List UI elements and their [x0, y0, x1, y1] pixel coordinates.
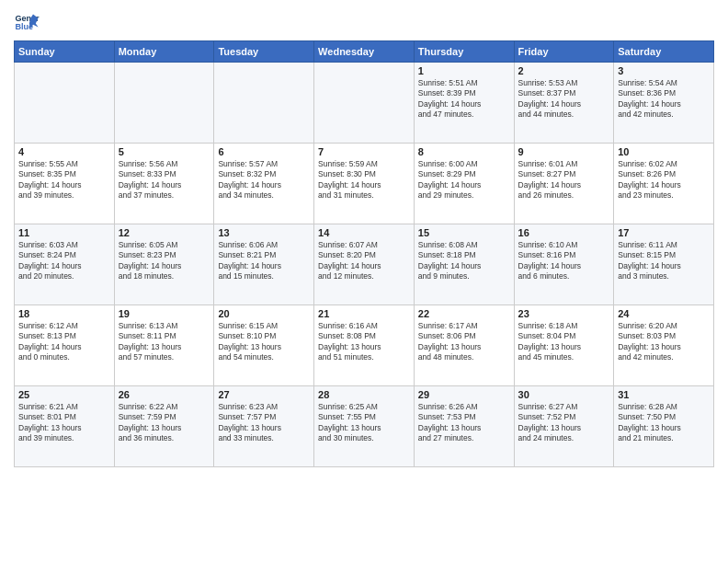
calendar-cell: 12Sunrise: 6:05 AM Sunset: 8:23 PM Dayli… — [114, 224, 214, 305]
day-info: Sunrise: 6:13 AM Sunset: 8:11 PM Dayligh… — [119, 321, 210, 363]
day-number: 1 — [418, 65, 510, 76]
day-number: 10 — [618, 146, 710, 157]
day-number: 26 — [119, 389, 210, 400]
day-number: 3 — [618, 65, 710, 76]
calendar-cell: 26Sunrise: 6:22 AM Sunset: 7:59 PM Dayli… — [114, 386, 214, 467]
calendar-cell: 15Sunrise: 6:08 AM Sunset: 8:18 PM Dayli… — [414, 224, 514, 305]
calendar-week-row: 11Sunrise: 6:03 AM Sunset: 8:24 PM Dayli… — [15, 224, 714, 305]
day-info: Sunrise: 6:15 AM Sunset: 8:10 PM Dayligh… — [218, 321, 310, 363]
day-info: Sunrise: 6:10 AM Sunset: 8:16 PM Dayligh… — [518, 240, 610, 282]
calendar-week-row: 1Sunrise: 5:51 AM Sunset: 8:39 PM Daylig… — [15, 63, 714, 144]
day-info: Sunrise: 5:54 AM Sunset: 8:36 PM Dayligh… — [618, 78, 710, 121]
calendar-cell: 22Sunrise: 6:17 AM Sunset: 8:06 PM Dayli… — [414, 305, 514, 386]
day-number: 23 — [518, 308, 610, 319]
calendar-cell — [114, 63, 214, 144]
day-number: 24 — [618, 308, 710, 319]
calendar-cell — [314, 63, 415, 144]
day-number: 18 — [18, 308, 110, 319]
day-number: 27 — [218, 389, 310, 400]
calendar-header-wednesday: Wednesday — [314, 41, 415, 63]
day-number: 7 — [318, 146, 410, 157]
day-info: Sunrise: 6:03 AM Sunset: 8:24 PM Dayligh… — [18, 240, 110, 282]
day-info: Sunrise: 6:27 AM Sunset: 7:52 PM Dayligh… — [518, 402, 610, 444]
day-number: 22 — [418, 308, 510, 319]
calendar-header-tuesday: Tuesday — [214, 41, 314, 63]
calendar-cell — [214, 63, 314, 144]
calendar-cell: 24Sunrise: 6:20 AM Sunset: 8:03 PM Dayli… — [614, 305, 714, 386]
day-number: 4 — [18, 146, 110, 157]
header: General Blue — [14, 9, 714, 35]
day-info: Sunrise: 6:23 AM Sunset: 7:57 PM Dayligh… — [218, 402, 310, 444]
day-number: 31 — [618, 389, 710, 400]
day-info: Sunrise: 6:06 AM Sunset: 8:21 PM Dayligh… — [218, 240, 310, 282]
calendar-header-saturday: Saturday — [614, 41, 714, 63]
day-number: 20 — [218, 308, 310, 319]
calendar-cell: 20Sunrise: 6:15 AM Sunset: 8:10 PM Dayli… — [214, 305, 314, 386]
day-info: Sunrise: 6:16 AM Sunset: 8:08 PM Dayligh… — [318, 321, 410, 363]
day-number: 6 — [218, 146, 310, 157]
calendar-cell: 27Sunrise: 6:23 AM Sunset: 7:57 PM Dayli… — [214, 386, 314, 467]
calendar-cell: 8Sunrise: 6:00 AM Sunset: 8:29 PM Daylig… — [414, 144, 514, 224]
day-number: 17 — [618, 227, 710, 238]
day-info: Sunrise: 5:59 AM Sunset: 8:30 PM Dayligh… — [318, 159, 410, 201]
calendar-cell: 1Sunrise: 5:51 AM Sunset: 8:39 PM Daylig… — [414, 63, 514, 144]
day-info: Sunrise: 6:25 AM Sunset: 7:55 PM Dayligh… — [318, 402, 410, 444]
calendar-header-monday: Monday — [114, 41, 214, 63]
calendar-cell: 9Sunrise: 6:01 AM Sunset: 8:27 PM Daylig… — [514, 144, 614, 224]
calendar-week-row: 25Sunrise: 6:21 AM Sunset: 8:01 PM Dayli… — [15, 386, 714, 467]
calendar-cell: 13Sunrise: 6:06 AM Sunset: 8:21 PM Dayli… — [214, 224, 314, 305]
day-info: Sunrise: 6:17 AM Sunset: 8:06 PM Dayligh… — [418, 321, 510, 363]
calendar-cell: 2Sunrise: 5:53 AM Sunset: 8:37 PM Daylig… — [514, 63, 614, 144]
day-info: Sunrise: 5:53 AM Sunset: 8:37 PM Dayligh… — [518, 78, 610, 121]
day-number: 11 — [18, 227, 110, 238]
day-info: Sunrise: 6:21 AM Sunset: 8:01 PM Dayligh… — [18, 402, 110, 444]
calendar-cell — [15, 63, 115, 144]
day-number: 19 — [119, 308, 210, 319]
day-info: Sunrise: 6:05 AM Sunset: 8:23 PM Dayligh… — [119, 240, 210, 282]
logo: General Blue — [14, 9, 45, 35]
calendar-header-sunday: Sunday — [15, 41, 115, 63]
day-number: 12 — [119, 227, 210, 238]
day-info: Sunrise: 6:26 AM Sunset: 7:53 PM Dayligh… — [418, 402, 510, 444]
day-info: Sunrise: 5:55 AM Sunset: 8:35 PM Dayligh… — [18, 159, 110, 201]
calendar-week-row: 4Sunrise: 5:55 AM Sunset: 8:35 PM Daylig… — [15, 144, 714, 224]
day-info: Sunrise: 6:02 AM Sunset: 8:26 PM Dayligh… — [618, 159, 710, 201]
day-info: Sunrise: 6:22 AM Sunset: 7:59 PM Dayligh… — [119, 402, 210, 444]
calendar-header-row: SundayMondayTuesdayWednesdayThursdayFrid… — [15, 41, 714, 63]
day-number: 21 — [318, 308, 410, 319]
day-info: Sunrise: 5:51 AM Sunset: 8:39 PM Dayligh… — [418, 78, 510, 121]
day-info: Sunrise: 6:11 AM Sunset: 8:15 PM Dayligh… — [618, 240, 710, 282]
calendar-cell: 31Sunrise: 6:28 AM Sunset: 7:50 PM Dayli… — [614, 386, 714, 467]
logo-icon: General Blue — [14, 9, 40, 35]
page: General Blue SundayMondayTuesdayWednesda… — [0, 0, 728, 563]
calendar-cell: 14Sunrise: 6:07 AM Sunset: 8:20 PM Dayli… — [314, 224, 415, 305]
calendar-cell: 5Sunrise: 5:56 AM Sunset: 8:33 PM Daylig… — [114, 144, 214, 224]
calendar-cell: 18Sunrise: 6:12 AM Sunset: 8:13 PM Dayli… — [15, 305, 115, 386]
calendar-cell: 4Sunrise: 5:55 AM Sunset: 8:35 PM Daylig… — [15, 144, 115, 224]
calendar-cell: 28Sunrise: 6:25 AM Sunset: 7:55 PM Dayli… — [314, 386, 415, 467]
day-info: Sunrise: 6:18 AM Sunset: 8:04 PM Dayligh… — [518, 321, 610, 363]
calendar-cell: 25Sunrise: 6:21 AM Sunset: 8:01 PM Dayli… — [15, 386, 115, 467]
day-number: 5 — [119, 146, 210, 157]
day-number: 2 — [518, 65, 610, 76]
calendar-cell: 23Sunrise: 6:18 AM Sunset: 8:04 PM Dayli… — [514, 305, 614, 386]
day-number: 13 — [218, 227, 310, 238]
calendar-cell: 3Sunrise: 5:54 AM Sunset: 8:36 PM Daylig… — [614, 63, 714, 144]
day-info: Sunrise: 6:01 AM Sunset: 8:27 PM Dayligh… — [518, 159, 610, 201]
day-info: Sunrise: 6:28 AM Sunset: 7:50 PM Dayligh… — [618, 402, 710, 444]
calendar-cell: 17Sunrise: 6:11 AM Sunset: 8:15 PM Dayli… — [614, 224, 714, 305]
day-info: Sunrise: 6:00 AM Sunset: 8:29 PM Dayligh… — [418, 159, 510, 201]
day-number: 14 — [318, 227, 410, 238]
day-number: 25 — [18, 389, 110, 400]
calendar-cell: 11Sunrise: 6:03 AM Sunset: 8:24 PM Dayli… — [15, 224, 115, 305]
day-info: Sunrise: 5:56 AM Sunset: 8:33 PM Dayligh… — [119, 159, 210, 201]
day-info: Sunrise: 6:20 AM Sunset: 8:03 PM Dayligh… — [618, 321, 710, 363]
day-info: Sunrise: 5:57 AM Sunset: 8:32 PM Dayligh… — [218, 159, 310, 201]
day-number: 29 — [418, 389, 510, 400]
day-info: Sunrise: 6:07 AM Sunset: 8:20 PM Dayligh… — [318, 240, 410, 282]
day-number: 9 — [518, 146, 610, 157]
day-number: 28 — [318, 389, 410, 400]
calendar-table: SundayMondayTuesdayWednesdayThursdayFrid… — [14, 40, 714, 467]
day-number: 8 — [418, 146, 510, 157]
calendar-cell: 19Sunrise: 6:13 AM Sunset: 8:11 PM Dayli… — [114, 305, 214, 386]
